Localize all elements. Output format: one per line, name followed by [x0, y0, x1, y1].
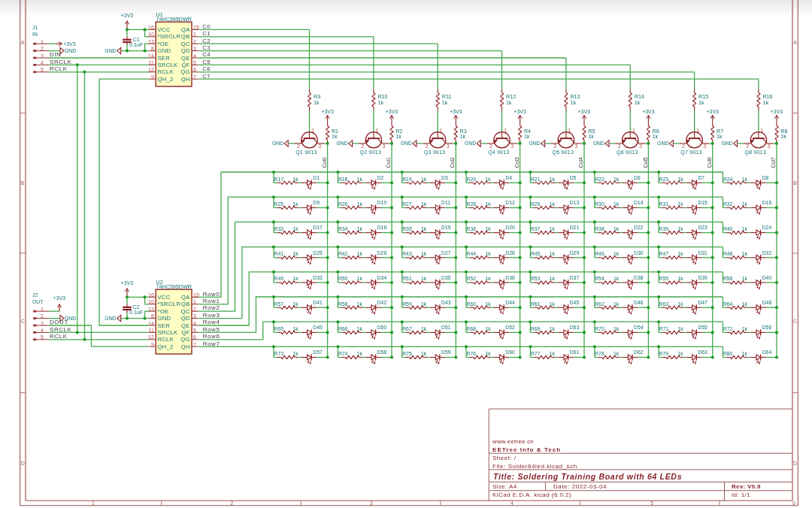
svg-text:SRCLK: SRCLK	[157, 329, 178, 336]
svg-text:7: 7	[193, 342, 196, 347]
svg-text:1k: 1k	[614, 326, 620, 331]
svg-text:D31: D31	[698, 250, 707, 256]
svg-text:2: 2	[489, 144, 492, 149]
svg-text:1k: 1k	[292, 351, 298, 356]
svg-text:1: 1	[92, 500, 95, 506]
svg-text:RCLK: RCLK	[50, 65, 68, 72]
svg-text:R45: R45	[531, 251, 541, 256]
svg-text:R53: R53	[531, 276, 541, 281]
svg-text:1k: 1k	[421, 276, 427, 281]
svg-text:1k: 1k	[742, 226, 748, 231]
svg-text:*OE: *OE	[157, 308, 168, 315]
svg-text:Col3: Col3	[514, 157, 520, 168]
svg-text:1k: 1k	[292, 276, 298, 281]
svg-text:Row4: Row4	[203, 319, 220, 325]
svg-text:Id: 1/1: Id: 1/1	[732, 491, 750, 498]
svg-text:KiCad E.D.A. kicad (6.0.2): KiCad E.D.A. kicad (6.0.2)	[492, 491, 571, 498]
svg-text:GND: GND	[529, 141, 540, 146]
svg-text:DIN: DIN	[50, 51, 61, 58]
svg-text:3: 3	[370, 500, 373, 506]
svg-text:Q5 9013: Q5 9013	[553, 150, 574, 156]
svg-text:1k: 1k	[678, 251, 684, 256]
svg-text:D23: D23	[698, 225, 707, 230]
svg-text:13: 13	[148, 307, 154, 312]
svg-text:*SRCLR: *SRCLR	[157, 301, 180, 307]
svg-text:GND: GND	[721, 141, 732, 146]
svg-text:SER: SER	[157, 322, 170, 329]
svg-text:7: 7	[193, 74, 196, 80]
svg-text:R20: R20	[467, 177, 477, 182]
svg-text:1k: 1k	[377, 99, 383, 106]
svg-text:C: C	[21, 319, 25, 324]
svg-text:D: D	[793, 461, 797, 466]
svg-text:+3V3: +3V3	[121, 13, 133, 18]
svg-text:1: 1	[311, 128, 314, 133]
svg-text:1k: 1k	[614, 251, 620, 256]
svg-text:QG: QG	[180, 68, 190, 75]
svg-text:1k: 1k	[550, 326, 556, 331]
svg-text:R25: R25	[274, 201, 284, 207]
svg-text:GND: GND	[272, 141, 283, 146]
svg-text:R52: R52	[467, 276, 477, 281]
svg-text:D62: D62	[634, 349, 644, 355]
svg-text:1k: 1k	[678, 351, 684, 356]
svg-text:1: 1	[41, 39, 44, 44]
svg-text:1k: 1k	[292, 201, 298, 207]
svg-text:R78: R78	[595, 351, 604, 356]
svg-text:R77: R77	[531, 351, 541, 356]
svg-text:2: 2	[231, 500, 234, 506]
svg-text:R28: R28	[467, 201, 477, 207]
svg-text:C3: C3	[202, 44, 211, 51]
svg-text:*SRCLR: *SRCLR	[157, 33, 180, 40]
svg-text:D: D	[21, 461, 25, 466]
svg-text:R38: R38	[595, 226, 604, 231]
svg-text:1k: 1k	[614, 276, 620, 281]
svg-text:2: 2	[361, 144, 364, 149]
svg-text:R22: R22	[595, 177, 604, 182]
svg-text:3: 3	[575, 144, 578, 149]
svg-text:R31: R31	[659, 201, 669, 207]
svg-text:A: A	[21, 40, 25, 45]
svg-text:GND: GND	[65, 48, 76, 53]
svg-text:1k: 1k	[524, 133, 530, 140]
svg-text:R60: R60	[467, 301, 477, 307]
svg-text:1k: 1k	[742, 301, 748, 307]
svg-text:1k: 1k	[506, 99, 512, 106]
svg-text:3: 3	[41, 53, 44, 59]
svg-text:QE: QE	[181, 55, 190, 62]
svg-text:GND: GND	[465, 141, 476, 146]
svg-text:4: 4	[511, 500, 514, 506]
svg-text:R47: R47	[659, 251, 669, 256]
svg-text:+3V3: +3V3	[514, 109, 526, 114]
svg-text:D64: D64	[762, 349, 772, 355]
svg-text:1k: 1k	[678, 177, 684, 182]
svg-text:R68: R68	[467, 326, 477, 331]
svg-text:D4: D4	[505, 175, 512, 180]
svg-text:D5: D5	[570, 175, 577, 180]
svg-text:1k: 1k	[292, 326, 298, 331]
svg-text:R75: R75	[402, 351, 412, 356]
svg-text:EETree Info & Tech: EETree Info & Tech	[492, 446, 561, 453]
svg-text:D38: D38	[634, 275, 644, 280]
svg-text:1: 1	[440, 128, 443, 133]
svg-text:4: 4	[193, 53, 196, 59]
svg-text:3: 3	[383, 144, 386, 149]
svg-text:D60: D60	[505, 349, 515, 355]
svg-text:Title: Soldering Training Boar: Title: Soldering Training Board with 64 …	[493, 472, 682, 481]
svg-text:1k: 1k	[678, 276, 684, 281]
svg-text:R42: R42	[338, 251, 348, 256]
svg-text:1: 1	[761, 128, 764, 133]
svg-text:74HC595DWR: 74HC595DWR	[156, 283, 192, 290]
svg-text:16: 16	[148, 292, 154, 298]
svg-text:1k: 1k	[678, 226, 684, 231]
svg-text:Q1 9013: Q1 9013	[295, 150, 317, 156]
svg-text:R56: R56	[723, 276, 733, 281]
svg-text:R74: R74	[338, 351, 348, 356]
svg-text:+3V3: +3V3	[707, 109, 719, 114]
svg-text:3: 3	[768, 144, 771, 149]
svg-text:Size: A4: Size: A4	[492, 483, 517, 490]
svg-text:D15: D15	[698, 200, 707, 205]
svg-text:1: 1	[632, 128, 635, 133]
svg-text:QF: QF	[182, 62, 190, 68]
svg-text:1k: 1k	[421, 226, 427, 231]
